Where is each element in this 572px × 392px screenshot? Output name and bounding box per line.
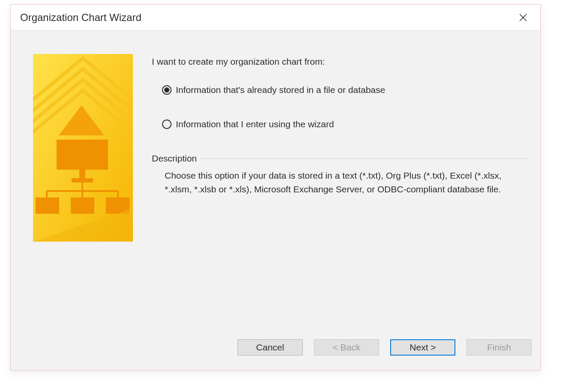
finish-button: Finish [467,339,532,356]
option-label: Information that's already stored in a f… [176,85,385,95]
wizard-dialog: Organization Chart Wizard [10,4,541,371]
description-header: Description [152,153,527,164]
divider-line [201,159,527,159]
option-from-file[interactable]: Information that's already stored in a f… [162,85,527,95]
radio-icon [162,85,172,95]
svg-rect-12 [36,197,59,214]
options-group: Information that's already stored in a f… [162,85,527,129]
button-bar: Cancel < Back Next > Finish [11,329,540,370]
close-icon [519,13,527,22]
dialog-title: Organization Chart Wizard [20,12,141,24]
option-label: Information that I enter using the wizar… [176,119,334,129]
svg-rect-4 [57,140,108,170]
next-button[interactable]: Next > [390,339,455,356]
description-text: Choose this option if your data is store… [165,169,503,196]
svg-rect-5 [79,170,85,178]
close-button[interactable] [514,8,533,27]
svg-rect-6 [72,178,93,183]
radio-icon [162,120,172,129]
radio-selected-dot [164,87,169,93]
title-bar: Organization Chart Wizard [11,5,540,30]
back-button: < Back [314,339,379,356]
description-title: Description [152,153,197,164]
cancel-button[interactable]: Cancel [238,339,303,356]
prompt-text: I want to create my organization chart f… [152,57,527,67]
option-enter-wizard[interactable]: Information that I enter using the wizar… [162,119,527,129]
wizard-illustration [33,54,133,242]
dialog-body: I want to create my organization chart f… [11,30,540,329]
wizard-content: I want to create my organization chart f… [152,54,527,329]
svg-rect-13 [71,197,94,214]
description-group: Description Choose this option if your d… [152,153,527,196]
